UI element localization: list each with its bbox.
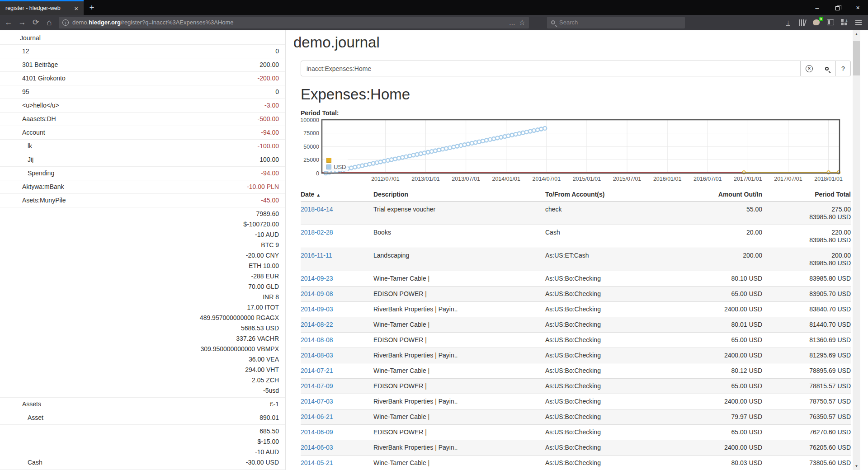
account-link[interactable]: Asset <box>0 413 259 423</box>
transaction-date-link[interactable]: 2014-08-08 <box>301 336 333 343</box>
account-balance: £-1 <box>270 399 279 409</box>
close-button[interactable]: × <box>848 1 868 14</box>
account-link[interactable]: 95 <box>0 87 275 97</box>
page-scrollbar[interactable]: ▲ ▼ <box>853 30 860 470</box>
sidebar-account-row: Account-94.00 <box>0 126 285 139</box>
account-link[interactable]: Assets <box>0 399 270 409</box>
transaction-account: As:US:Bo:Checking <box>545 287 654 302</box>
account-link[interactable]: Aaasets:DH <box>0 114 258 124</box>
transaction-date-link[interactable]: 2014-09-23 <box>301 275 333 282</box>
hamburger-icon <box>855 19 862 26</box>
svg-text:2016/07/01: 2016/07/01 <box>693 176 722 182</box>
account-link[interactable]: 4101 Girokonto <box>0 73 258 84</box>
transaction-date-link[interactable]: 2014-08-22 <box>301 321 333 328</box>
forward-button[interactable]: → <box>15 18 29 27</box>
scroll-down-arrow[interactable]: ▼ <box>853 462 860 470</box>
account-link[interactable]: lk <box>0 141 258 151</box>
reload-button[interactable]: ⟳ <box>29 18 42 27</box>
extensions-grid-button[interactable]: + <box>837 17 851 28</box>
url-bar[interactable]: i demo.hledger.org/register?q=inacct%3AE… <box>59 17 529 28</box>
search-button[interactable] <box>818 61 836 76</box>
transaction-date-link[interactable]: 2014-07-09 <box>301 382 333 390</box>
account-link[interactable]: Cash <box>0 457 246 468</box>
accounts-sidebar: Journal 120301 Beiträge200.004101 Giroko… <box>0 30 286 470</box>
transaction-date-link[interactable]: 2014-07-21 <box>301 367 333 374</box>
search-icon <box>551 20 555 24</box>
transaction-account: As:US:Bo:Checking <box>545 317 654 333</box>
transaction-account: As:US:Bo:Checking <box>545 394 654 409</box>
help-button[interactable]: ? <box>836 61 851 76</box>
account-link[interactable]: 12 <box>0 46 275 56</box>
downloads-button[interactable]: ↓ <box>781 17 795 28</box>
account-balance: -10.00 PLN <box>247 182 279 192</box>
restore-button[interactable] <box>827 1 848 14</box>
legend-swatch-icon <box>326 164 331 169</box>
browser-tab[interactable]: register - hledger-web × <box>0 0 84 15</box>
account-link[interactable]: Jij <box>0 155 259 165</box>
period-total-cell: 76350.57 USD <box>762 409 851 425</box>
transaction-date-link[interactable]: 2014-07-03 <box>301 398 333 405</box>
account-link[interactable]: Aktywa:mBank <box>0 182 247 192</box>
account-list: 120301 Beiträge200.004101 Girokonto-200.… <box>0 44 285 470</box>
new-tab-button[interactable]: + <box>86 3 98 13</box>
svg-text:2014/07/01: 2014/07/01 <box>533 176 561 182</box>
scrollbar-thumb[interactable] <box>853 41 860 75</box>
svg-text:2014/01/01: 2014/01/01 <box>492 176 520 182</box>
transaction-date-link[interactable]: 2018-02-28 <box>301 229 333 236</box>
site-info-icon[interactable]: i <box>62 19 69 26</box>
transaction-date-link[interactable]: 2018-04-14 <box>301 206 333 213</box>
query-input[interactable] <box>301 61 801 76</box>
journal-link[interactable]: Journal <box>0 30 285 44</box>
sidebar-account-row: Aktywa:mBank-10.00 PLN <box>0 180 285 193</box>
transaction-row: 2014-06-21Wine-Tarner Cable |As:US:Bo:Ch… <box>301 409 851 425</box>
transaction-date-link[interactable]: 2014-09-08 <box>301 290 333 297</box>
transaction-date-link[interactable]: 2014-06-03 <box>301 444 333 451</box>
legend-entry: USD <box>326 164 346 170</box>
period-total-chart: 10000075000500002500002012/07/012013/01/… <box>301 117 851 185</box>
transaction-description: RiverBank Properties | Payin.. <box>373 394 545 409</box>
page-actions-icon[interactable]: … <box>509 19 515 26</box>
transaction-date-link[interactable]: 2014-05-21 <box>301 459 333 466</box>
account-link[interactable]: <u>hello</u> <box>0 100 264 111</box>
transaction-account: As:US:Bo:Checking <box>545 363 654 379</box>
back-button[interactable]: ← <box>2 18 15 27</box>
transaction-date-link[interactable]: 2014-06-21 <box>301 413 333 420</box>
account-link[interactable]: Spending <box>0 168 261 179</box>
account-balance: -200.00 <box>258 73 279 84</box>
transaction-date-link[interactable]: 2014-09-03 <box>301 306 333 313</box>
menu-button[interactable] <box>851 17 865 28</box>
sidebar-toggle-button[interactable] <box>823 17 837 28</box>
transaction-date-link[interactable]: 2014-06-09 <box>301 428 333 436</box>
transaction-amount: 65.00 USD <box>654 425 762 440</box>
svg-text:2015/07/01: 2015/07/01 <box>613 176 642 182</box>
sidebar-icon <box>827 19 834 25</box>
transaction-account: As:US:Bo:Checking <box>545 409 654 425</box>
scroll-up-arrow[interactable]: ▲ <box>853 30 860 38</box>
sidebar-account-row: Assets£-1 <box>0 397 285 411</box>
clear-icon: × <box>806 65 813 72</box>
home-button[interactable]: ⌂ <box>42 18 56 28</box>
browser-search-field[interactable]: Search <box>547 17 685 28</box>
tab-close-icon[interactable]: × <box>72 5 80 12</box>
clear-query-button[interactable]: × <box>801 61 818 76</box>
transaction-date-link[interactable]: 2014-08-03 <box>301 352 333 359</box>
account-link[interactable]: 301 Beiträge <box>0 60 259 70</box>
extension-button[interactable]: 0 <box>809 17 823 28</box>
bookmark-star-icon[interactable]: ☆ <box>519 18 525 27</box>
sidebar-account-row: 7989.60$-100720.00-10 AUDBTC 9-20.00 CNY… <box>0 207 285 397</box>
account-link[interactable]: Asets:MunyPile <box>0 195 261 206</box>
period-total-cell: 78895.69 USD <box>762 363 851 379</box>
legend-entry <box>326 157 346 164</box>
period-total-cell: 83840.70 USD <box>762 302 851 317</box>
period-total-cell: 200.0083985.80 USD <box>762 248 851 271</box>
search-icon <box>825 67 829 70</box>
sidebar-account-row: 4101 Girokonto-200.00 <box>0 71 285 85</box>
column-header-date[interactable]: Date▲ <box>301 189 373 202</box>
sidebar-account-row: 120 <box>0 44 285 58</box>
transaction-row: 2014-08-08EDISON POWER |As:US:Bo:Checkin… <box>301 333 851 348</box>
account-link[interactable]: Account <box>0 127 261 138</box>
minimize-button[interactable]: – <box>807 1 827 14</box>
transaction-description: Wine-Tarner Cable | <box>373 271 545 287</box>
library-button[interactable] <box>795 17 809 28</box>
transaction-date-link[interactable]: 2016-11-11 <box>301 252 332 259</box>
